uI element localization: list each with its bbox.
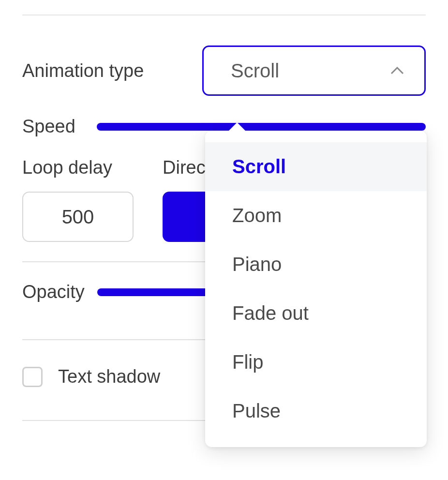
animation-type-label: Animation type <box>22 60 202 81</box>
loop-delay-col: Loop delay 500 <box>22 157 134 242</box>
animation-type-row: Animation type Scroll <box>22 45 426 96</box>
text-shadow-checkbox[interactable] <box>22 367 43 387</box>
animation-type-dropdown: ScrollZoomPianoFade outFlipPulse <box>205 131 427 447</box>
chevron-up-icon <box>390 67 404 75</box>
text-shadow-label: Text shadow <box>58 366 160 387</box>
opacity-label: Opacity <box>22 282 97 302</box>
loop-delay-input[interactable]: 500 <box>22 192 134 242</box>
dropdown-item-scroll[interactable]: Scroll <box>205 142 427 191</box>
animation-type-select[interactable]: Scroll <box>202 45 426 96</box>
speed-slider[interactable] <box>97 123 426 131</box>
dropdown-item-zoom[interactable]: Zoom <box>205 191 427 240</box>
animation-type-value: Scroll <box>231 60 279 82</box>
dropdown-item-piano[interactable]: Piano <box>205 240 427 289</box>
dropdown-item-pulse[interactable]: Pulse <box>205 387 427 435</box>
loop-delay-label: Loop delay <box>22 157 134 178</box>
speed-label: Speed <box>22 116 97 137</box>
dropdown-item-flip[interactable]: Flip <box>205 338 427 387</box>
dropdown-item-fade-out[interactable]: Fade out <box>205 289 427 338</box>
section-divider <box>22 15 426 15</box>
